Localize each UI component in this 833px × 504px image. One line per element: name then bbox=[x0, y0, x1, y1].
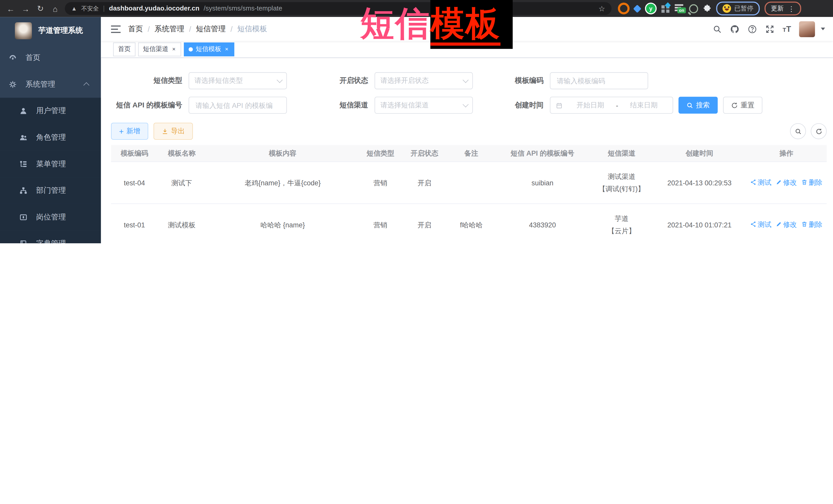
dictionary-icon bbox=[19, 240, 28, 243]
toggle-search-icon-button[interactable] bbox=[790, 123, 806, 139]
collapse-sidebar-icon[interactable] bbox=[111, 25, 120, 32]
api-template-input-wrap bbox=[189, 97, 287, 114]
search-icon bbox=[686, 102, 693, 109]
tab-label: 短信渠道 bbox=[143, 45, 168, 54]
warning-icon: ▲ bbox=[71, 5, 77, 12]
sidebar-item-字典管理[interactable]: 字典管理 bbox=[0, 231, 101, 243]
chevron-up-icon bbox=[83, 82, 89, 88]
breadcrumb-home[interactable]: 首页 bbox=[128, 24, 143, 33]
test-link[interactable]: 测试 bbox=[750, 218, 771, 231]
profile-paused-pill[interactable]: 已暂停 bbox=[716, 2, 760, 16]
channel-select[interactable]: 请选择短信渠道 bbox=[375, 97, 473, 114]
table-row: test-01测试模板哈哈哈 {name}营销开启f哈哈哈4383920芋道【云… bbox=[111, 204, 827, 243]
chevron-down-icon bbox=[462, 77, 469, 83]
test-label: 测试 bbox=[758, 218, 771, 231]
edit-label: 修改 bbox=[783, 218, 797, 231]
font-size-icon[interactable]: TT bbox=[783, 24, 791, 33]
orange-ring-extension-icon[interactable] bbox=[618, 3, 630, 14]
sidebar-item-用户管理[interactable]: 用户管理 bbox=[0, 98, 101, 124]
sidebar-item-部门管理[interactable]: 部门管理 bbox=[0, 177, 101, 204]
delete-link[interactable]: 删除 bbox=[801, 176, 823, 188]
url-host: dashboard.yudao.iocoder.cn bbox=[109, 5, 199, 12]
edit-icon bbox=[776, 221, 782, 227]
search-icon bbox=[794, 128, 802, 135]
tab-短信渠道[interactable]: 短信渠道× bbox=[138, 42, 182, 56]
breadcrumb-sms[interactable]: 短信管理 bbox=[196, 24, 225, 33]
users-icon bbox=[19, 133, 28, 142]
update-browser-button[interactable]: 更新⋮ bbox=[765, 2, 801, 16]
add-button[interactable]: + 新增 bbox=[111, 123, 148, 140]
chevron-down-icon bbox=[277, 77, 283, 83]
export-button[interactable]: 导出 bbox=[153, 123, 193, 140]
bookmark-star-icon[interactable]: ☆ bbox=[598, 4, 605, 13]
reset-button[interactable]: 重置 bbox=[723, 97, 762, 114]
breadcrumb: 首页/ 系统管理/ 短信管理/ 短信模板 bbox=[128, 24, 267, 33]
cell-type: 营销 bbox=[360, 204, 401, 243]
user-avatar[interactable] bbox=[799, 21, 815, 37]
list-extension-icon[interactable]: on bbox=[675, 4, 684, 13]
cell-type: 营销 bbox=[360, 162, 401, 204]
forward-icon[interactable]: → bbox=[20, 4, 31, 13]
sms-type-select[interactable]: 请选择短信类型 bbox=[189, 72, 287, 89]
refresh-table-button[interactable] bbox=[811, 123, 827, 139]
delete-link[interactable]: 删除 bbox=[801, 218, 823, 231]
search-button[interactable]: 搜索 bbox=[679, 97, 718, 114]
address-bar[interactable]: ▲ 不安全 | dashboard.yudao.iocoder.cn /syst… bbox=[65, 2, 612, 15]
grid-extension-icon[interactable] bbox=[662, 4, 670, 13]
sidebar-item-首页[interactable]: 首页 bbox=[0, 45, 101, 71]
table-row: test-04测试下老鸡{name}，牛逼{code}营销开启suibian测试… bbox=[111, 162, 827, 204]
blue-gem-extension-icon[interactable] bbox=[633, 4, 641, 13]
edit-icon bbox=[776, 179, 782, 186]
share-icon bbox=[750, 179, 757, 186]
edit-link[interactable]: 修改 bbox=[776, 176, 797, 188]
column-header-短信 API 的模板编号: 短信 API 的模板编号 bbox=[495, 145, 590, 162]
channel-label: 短信渠道 bbox=[333, 100, 375, 110]
sidebar-item-菜单管理[interactable]: 菜单管理 bbox=[0, 151, 101, 178]
date-range-picker[interactable]: 开始日期 - 结束日期 bbox=[550, 97, 673, 114]
search-icon[interactable] bbox=[713, 24, 722, 33]
cell-channel: 测试渠道【调试(钉钉)】 bbox=[590, 162, 653, 204]
tab-label: 短信模板 bbox=[196, 45, 221, 54]
status-select[interactable]: 请选择开启状态 bbox=[375, 72, 473, 89]
cell-code: test-04 bbox=[111, 162, 158, 204]
app-title: 芋道管理系统 bbox=[38, 26, 83, 35]
monocle-extension-icon[interactable] bbox=[689, 4, 698, 13]
column-header-模板内容: 模板内容 bbox=[206, 145, 360, 162]
annotation-title: 短信模板 bbox=[360, 2, 500, 45]
breadcrumb-current: 短信模板 bbox=[237, 24, 267, 33]
create-time-label: 创建时间 bbox=[514, 100, 550, 110]
cell-content: 哈哈哈 {name} bbox=[206, 204, 360, 243]
avatar-caret-icon[interactable] bbox=[821, 28, 825, 30]
sidebar-item-角色管理[interactable]: 角色管理 bbox=[0, 124, 101, 151]
close-icon[interactable]: × bbox=[224, 46, 230, 52]
back-icon[interactable]: ← bbox=[5, 4, 16, 13]
dashboard-icon bbox=[8, 54, 17, 62]
api-template-input[interactable] bbox=[194, 101, 281, 110]
edit-link[interactable]: 修改 bbox=[776, 218, 797, 231]
reload-icon[interactable]: ↻ bbox=[35, 4, 46, 13]
test-link[interactable]: 测试 bbox=[750, 176, 771, 188]
cell-created-at: 2021-04-10 01:07:21 bbox=[653, 204, 746, 243]
tab-短信模板[interactable]: 短信模板× bbox=[184, 42, 234, 56]
cell-code: test-01 bbox=[111, 204, 158, 243]
sidebar-item-岗位管理[interactable]: 岗位管理 bbox=[0, 204, 101, 231]
browser-menu-icon[interactable]: ⋮ bbox=[788, 5, 795, 13]
fullscreen-icon[interactable] bbox=[765, 24, 775, 33]
sidebar-item-系统管理[interactable]: 系统管理 bbox=[0, 71, 101, 98]
green-y-extension-icon[interactable]: y bbox=[645, 3, 657, 14]
template-code-input[interactable] bbox=[556, 76, 643, 85]
puzzle-extensions-icon[interactable] bbox=[703, 4, 712, 13]
channel-name: 芋道 bbox=[593, 213, 651, 225]
breadcrumb-system[interactable]: 系统管理 bbox=[154, 24, 184, 33]
cell-remark: f哈哈哈 bbox=[448, 204, 495, 243]
column-header-短信类型: 短信类型 bbox=[360, 145, 401, 162]
column-header-备注: 备注 bbox=[448, 145, 495, 162]
tab-首页[interactable]: 首页 bbox=[113, 42, 135, 56]
screenshot-stage: ← → ↻ ⌂ ▲ 不安全 | dashboard.yudao.iocoder.… bbox=[0, 0, 833, 243]
org-tree-icon bbox=[19, 186, 28, 195]
help-icon[interactable] bbox=[747, 24, 757, 33]
github-icon[interactable] bbox=[730, 24, 739, 33]
download-icon bbox=[161, 128, 168, 135]
close-icon[interactable]: × bbox=[171, 46, 177, 52]
home-icon[interactable]: ⌂ bbox=[50, 4, 61, 13]
